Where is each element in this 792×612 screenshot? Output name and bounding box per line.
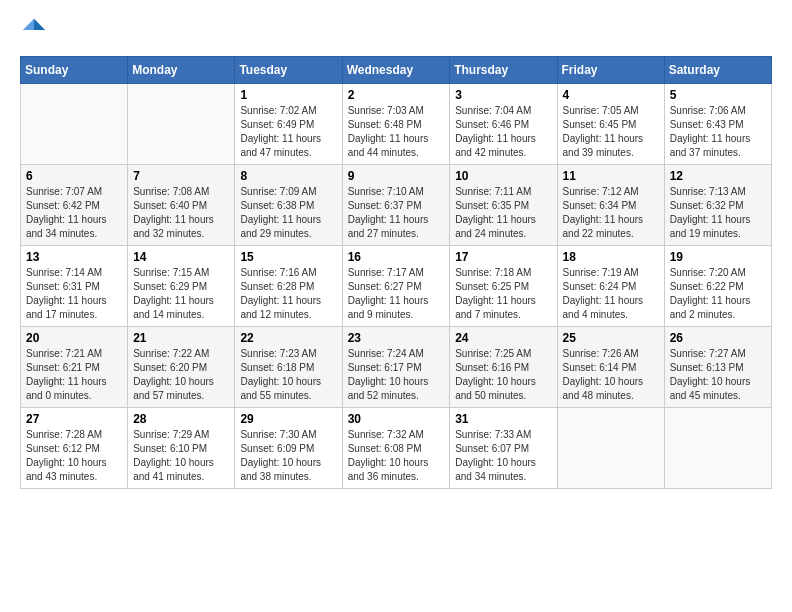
svg-marker-1 xyxy=(23,19,34,30)
day-number: 12 xyxy=(670,169,766,183)
day-number: 20 xyxy=(26,331,122,345)
day-number: 6 xyxy=(26,169,122,183)
day-cell: 16Sunrise: 7:17 AMSunset: 6:27 PMDayligh… xyxy=(342,246,450,327)
day-number: 26 xyxy=(670,331,766,345)
day-detail: Sunrise: 7:29 AMSunset: 6:10 PMDaylight:… xyxy=(133,429,214,482)
day-cell: 7Sunrise: 7:08 AMSunset: 6:40 PMDaylight… xyxy=(128,165,235,246)
day-number: 10 xyxy=(455,169,551,183)
day-number: 29 xyxy=(240,412,336,426)
header-cell-tuesday: Tuesday xyxy=(235,57,342,84)
day-detail: Sunrise: 7:33 AMSunset: 6:07 PMDaylight:… xyxy=(455,429,536,482)
week-row-1: 1Sunrise: 7:02 AMSunset: 6:49 PMDaylight… xyxy=(21,84,772,165)
day-cell: 1Sunrise: 7:02 AMSunset: 6:49 PMDaylight… xyxy=(235,84,342,165)
day-detail: Sunrise: 7:13 AMSunset: 6:32 PMDaylight:… xyxy=(670,186,751,239)
day-detail: Sunrise: 7:23 AMSunset: 6:18 PMDaylight:… xyxy=(240,348,321,401)
day-detail: Sunrise: 7:32 AMSunset: 6:08 PMDaylight:… xyxy=(348,429,429,482)
header-row: SundayMondayTuesdayWednesdayThursdayFrid… xyxy=(21,57,772,84)
week-row-5: 27Sunrise: 7:28 AMSunset: 6:12 PMDayligh… xyxy=(21,408,772,489)
day-cell: 20Sunrise: 7:21 AMSunset: 6:21 PMDayligh… xyxy=(21,327,128,408)
day-cell: 5Sunrise: 7:06 AMSunset: 6:43 PMDaylight… xyxy=(664,84,771,165)
day-detail: Sunrise: 7:28 AMSunset: 6:12 PMDaylight:… xyxy=(26,429,107,482)
day-detail: Sunrise: 7:16 AMSunset: 6:28 PMDaylight:… xyxy=(240,267,321,320)
day-detail: Sunrise: 7:10 AMSunset: 6:37 PMDaylight:… xyxy=(348,186,429,239)
day-number: 2 xyxy=(348,88,445,102)
day-number: 17 xyxy=(455,250,551,264)
day-cell: 14Sunrise: 7:15 AMSunset: 6:29 PMDayligh… xyxy=(128,246,235,327)
day-cell: 4Sunrise: 7:05 AMSunset: 6:45 PMDaylight… xyxy=(557,84,664,165)
day-number: 27 xyxy=(26,412,122,426)
day-number: 30 xyxy=(348,412,445,426)
day-detail: Sunrise: 7:03 AMSunset: 6:48 PMDaylight:… xyxy=(348,105,429,158)
day-number: 15 xyxy=(240,250,336,264)
day-number: 24 xyxy=(455,331,551,345)
header-cell-friday: Friday xyxy=(557,57,664,84)
day-number: 8 xyxy=(240,169,336,183)
header-cell-monday: Monday xyxy=(128,57,235,84)
day-detail: Sunrise: 7:17 AMSunset: 6:27 PMDaylight:… xyxy=(348,267,429,320)
day-detail: Sunrise: 7:08 AMSunset: 6:40 PMDaylight:… xyxy=(133,186,214,239)
day-detail: Sunrise: 7:18 AMSunset: 6:25 PMDaylight:… xyxy=(455,267,536,320)
day-detail: Sunrise: 7:12 AMSunset: 6:34 PMDaylight:… xyxy=(563,186,644,239)
day-cell: 18Sunrise: 7:19 AMSunset: 6:24 PMDayligh… xyxy=(557,246,664,327)
day-number: 14 xyxy=(133,250,229,264)
day-detail: Sunrise: 7:26 AMSunset: 6:14 PMDaylight:… xyxy=(563,348,644,401)
day-number: 13 xyxy=(26,250,122,264)
day-cell: 11Sunrise: 7:12 AMSunset: 6:34 PMDayligh… xyxy=(557,165,664,246)
calendar-body: 1Sunrise: 7:02 AMSunset: 6:49 PMDaylight… xyxy=(21,84,772,489)
day-detail: Sunrise: 7:24 AMSunset: 6:17 PMDaylight:… xyxy=(348,348,429,401)
day-cell: 21Sunrise: 7:22 AMSunset: 6:20 PMDayligh… xyxy=(128,327,235,408)
day-detail: Sunrise: 7:21 AMSunset: 6:21 PMDaylight:… xyxy=(26,348,107,401)
day-cell: 10Sunrise: 7:11 AMSunset: 6:35 PMDayligh… xyxy=(450,165,557,246)
day-cell: 19Sunrise: 7:20 AMSunset: 6:22 PMDayligh… xyxy=(664,246,771,327)
day-detail: Sunrise: 7:15 AMSunset: 6:29 PMDaylight:… xyxy=(133,267,214,320)
calendar-table: SundayMondayTuesdayWednesdayThursdayFrid… xyxy=(20,56,772,489)
logo-icon xyxy=(20,16,48,44)
day-detail: Sunrise: 7:09 AMSunset: 6:38 PMDaylight:… xyxy=(240,186,321,239)
day-detail: Sunrise: 7:05 AMSunset: 6:45 PMDaylight:… xyxy=(563,105,644,158)
header-cell-wednesday: Wednesday xyxy=(342,57,450,84)
header-cell-sunday: Sunday xyxy=(21,57,128,84)
day-number: 11 xyxy=(563,169,659,183)
week-row-3: 13Sunrise: 7:14 AMSunset: 6:31 PMDayligh… xyxy=(21,246,772,327)
day-number: 18 xyxy=(563,250,659,264)
day-cell: 2Sunrise: 7:03 AMSunset: 6:48 PMDaylight… xyxy=(342,84,450,165)
day-detail: Sunrise: 7:02 AMSunset: 6:49 PMDaylight:… xyxy=(240,105,321,158)
day-number: 22 xyxy=(240,331,336,345)
day-cell: 23Sunrise: 7:24 AMSunset: 6:17 PMDayligh… xyxy=(342,327,450,408)
day-number: 1 xyxy=(240,88,336,102)
day-number: 23 xyxy=(348,331,445,345)
day-cell: 6Sunrise: 7:07 AMSunset: 6:42 PMDaylight… xyxy=(21,165,128,246)
svg-marker-0 xyxy=(34,19,45,30)
day-detail: Sunrise: 7:11 AMSunset: 6:35 PMDaylight:… xyxy=(455,186,536,239)
day-detail: Sunrise: 7:25 AMSunset: 6:16 PMDaylight:… xyxy=(455,348,536,401)
header-cell-thursday: Thursday xyxy=(450,57,557,84)
day-detail: Sunrise: 7:14 AMSunset: 6:31 PMDaylight:… xyxy=(26,267,107,320)
day-detail: Sunrise: 7:27 AMSunset: 6:13 PMDaylight:… xyxy=(670,348,751,401)
day-number: 16 xyxy=(348,250,445,264)
day-cell: 12Sunrise: 7:13 AMSunset: 6:32 PMDayligh… xyxy=(664,165,771,246)
day-detail: Sunrise: 7:30 AMSunset: 6:09 PMDaylight:… xyxy=(240,429,321,482)
day-cell: 3Sunrise: 7:04 AMSunset: 6:46 PMDaylight… xyxy=(450,84,557,165)
day-number: 3 xyxy=(455,88,551,102)
day-cell: 29Sunrise: 7:30 AMSunset: 6:09 PMDayligh… xyxy=(235,408,342,489)
day-detail: Sunrise: 7:07 AMSunset: 6:42 PMDaylight:… xyxy=(26,186,107,239)
day-number: 21 xyxy=(133,331,229,345)
day-number: 7 xyxy=(133,169,229,183)
calendar-header: SundayMondayTuesdayWednesdayThursdayFrid… xyxy=(21,57,772,84)
logo xyxy=(20,16,52,44)
day-cell xyxy=(557,408,664,489)
day-detail: Sunrise: 7:22 AMSunset: 6:20 PMDaylight:… xyxy=(133,348,214,401)
day-cell: 28Sunrise: 7:29 AMSunset: 6:10 PMDayligh… xyxy=(128,408,235,489)
day-number: 31 xyxy=(455,412,551,426)
day-detail: Sunrise: 7:20 AMSunset: 6:22 PMDaylight:… xyxy=(670,267,751,320)
day-number: 25 xyxy=(563,331,659,345)
day-number: 4 xyxy=(563,88,659,102)
day-cell xyxy=(128,84,235,165)
day-cell: 8Sunrise: 7:09 AMSunset: 6:38 PMDaylight… xyxy=(235,165,342,246)
header-cell-saturday: Saturday xyxy=(664,57,771,84)
day-detail: Sunrise: 7:06 AMSunset: 6:43 PMDaylight:… xyxy=(670,105,751,158)
day-detail: Sunrise: 7:04 AMSunset: 6:46 PMDaylight:… xyxy=(455,105,536,158)
week-row-2: 6Sunrise: 7:07 AMSunset: 6:42 PMDaylight… xyxy=(21,165,772,246)
day-cell: 17Sunrise: 7:18 AMSunset: 6:25 PMDayligh… xyxy=(450,246,557,327)
page-header xyxy=(20,16,772,44)
